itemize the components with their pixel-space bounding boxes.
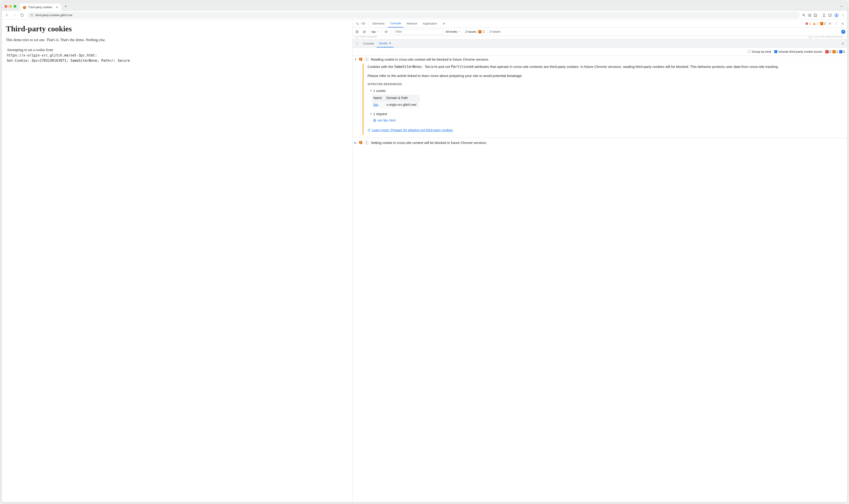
breaking-count[interactable]: ! 2 <box>820 22 826 25</box>
svg-line-33 <box>364 31 365 33</box>
set-cookie-line: Set-Cookie: 3pc=1703240163971; SameSite=… <box>7 58 348 64</box>
col-name: Name <box>372 95 385 102</box>
close-tab-icon[interactable]: ✕ <box>56 6 58 9</box>
levels-selector[interactable]: All levels <box>446 30 460 33</box>
extensions-icon[interactable] <box>814 13 817 17</box>
breaking-change-icon <box>359 141 363 145</box>
close-issues-tab-icon[interactable]: ✕ <box>389 41 391 45</box>
svg-point-2 <box>32 15 33 16</box>
maximize-window-icon[interactable] <box>14 5 16 8</box>
clear-console-icon[interactable] <box>362 29 367 34</box>
toolbar-actions <box>802 13 845 18</box>
issues-list: ▼ 1 Reading cookie in cross-site context… <box>353 56 847 502</box>
breaking-change-icon <box>359 57 363 61</box>
hidden-count[interactable]: 3 hidden <box>489 30 500 33</box>
tab-console[interactable]: Console <box>388 19 403 28</box>
issue-kind-counts: ✕0 !2 i0 <box>825 50 845 53</box>
context-selector[interactable]: top <box>372 30 379 33</box>
error-count[interactable]: 1 <box>805 22 811 25</box>
error-badge-icon: ✕ <box>825 50 829 53</box>
titlebar: 🍪 Third-party cookies ✕ + <box>2 2 847 11</box>
toggle-sidebar-icon[interactable] <box>355 29 359 34</box>
window-controls <box>4 5 16 8</box>
console-toolbar: top All levels 2 Issues: ! 2 3 <box>353 28 847 36</box>
browser-window: 🍪 Third-party cookies ✕ + third-party-co… <box>2 2 847 502</box>
page-content: Third-party cookies This demo tries to s… <box>2 19 353 502</box>
address-bar[interactable]: third-party-cookies.glitch.me <box>27 12 800 18</box>
chrome-menu-icon[interactable] <box>841 13 845 17</box>
svg-marker-8 <box>808 14 811 17</box>
browser-tab[interactable]: 🍪 Third-party cookies ✕ <box>20 4 61 11</box>
affected-cookies-table: Name Domain & Path 3pc x-origin-src.glit… <box>372 95 420 108</box>
issue-header[interactable]: ▶ 1 Setting cookie in cross-site context… <box>355 141 845 145</box>
expand-toggle-icon[interactable]: ▶ <box>355 141 357 144</box>
include-3p-checkbox[interactable]: Include third-party cookie issues <box>774 50 823 53</box>
issues-summary[interactable]: 2 Issues: ! 2 <box>465 30 484 33</box>
settings-gear-icon[interactable] <box>828 21 832 26</box>
new-tab-button[interactable]: + <box>63 4 69 9</box>
drawer-tab-console[interactable]: Console <box>361 39 376 48</box>
breaking-badge-icon: ! <box>832 50 836 53</box>
issue-count: 1 <box>365 57 369 61</box>
tab-application[interactable]: Application <box>420 19 440 28</box>
svg-point-42 <box>360 60 361 60</box>
log-xhr-checkbox[interactable] <box>809 36 812 38</box>
issue-title: Setting cookie in cross-site context wil… <box>371 141 487 145</box>
issue-item: ▶ 1 Setting cookie in cross-site context… <box>353 139 847 146</box>
site-settings-icon[interactable] <box>30 13 34 17</box>
drawer-menu-icon[interactable] <box>354 42 360 46</box>
favicon-cookie-icon: 🍪 <box>23 5 26 9</box>
svg-line-5 <box>804 15 805 16</box>
learn-more-link[interactable]: Learn more: Prepare for phasing out thir… <box>368 128 844 132</box>
close-drawer-icon[interactable] <box>839 42 846 45</box>
cookies-toggle[interactable]: ▼ 1 cookie <box>370 88 844 93</box>
request-link[interactable]: set-3pc.html <box>373 118 844 123</box>
filter-input[interactable] <box>393 29 443 35</box>
profile-avatar[interactable] <box>834 13 839 18</box>
warning-count[interactable]: 2 <box>813 22 818 25</box>
reload-button[interactable] <box>19 13 25 18</box>
svg-point-23 <box>814 24 814 24</box>
drawer-tab-issues[interactable]: Issues ✕ <box>376 39 394 48</box>
page-intro: This demo tries to set one. That's it. T… <box>6 38 348 42</box>
tabs-overflow-icon[interactable] <box>440 22 447 25</box>
hide-network-checkbox[interactable] <box>355 36 358 38</box>
issue-count: 1 <box>365 141 369 145</box>
zoom-icon[interactable] <box>802 13 806 17</box>
issue-body: Cookies with the SameSite=None; Secure a… <box>363 64 845 135</box>
tab-elements[interactable]: Elements <box>370 19 387 28</box>
forward-button[interactable] <box>12 13 17 18</box>
back-button[interactable] <box>4 13 10 18</box>
device-toggle-icon[interactable] <box>361 21 366 26</box>
live-expression-icon[interactable] <box>384 29 389 34</box>
expand-toggle-icon[interactable]: ▼ <box>355 58 357 60</box>
more-menu-icon[interactable] <box>834 21 838 26</box>
svg-point-27 <box>836 24 836 25</box>
issues-toolbar: Group by kind Include third-party cookie… <box>353 48 847 56</box>
requests-toggle[interactable]: ▼ 1 request <box>370 111 844 116</box>
cookie-domain: x-origin-src.glitch.me/ <box>385 102 420 108</box>
inspect-icon[interactable] <box>355 21 359 26</box>
page-title: Third-party cookies <box>6 24 348 33</box>
svg-point-24 <box>830 23 830 24</box>
tab-title: Third-party cookies <box>28 6 52 9</box>
svg-rect-10 <box>829 14 831 16</box>
issue-item: ▼ 1 Reading cookie in cross-site context… <box>353 56 847 139</box>
svg-point-35 <box>357 42 357 43</box>
issue-header[interactable]: ▼ 1 Reading cookie in cross-site context… <box>355 57 845 61</box>
tabs-dropdown-icon[interactable] <box>838 5 845 8</box>
console-settings-icon[interactable]: ⚙ <box>841 30 845 34</box>
side-panel-icon[interactable] <box>828 13 832 17</box>
svg-point-37 <box>357 44 357 45</box>
devtools-panel: Elements Console Network Application 1 2 <box>353 19 847 502</box>
minimize-window-icon[interactable] <box>9 5 12 8</box>
bookmark-icon[interactable] <box>808 13 812 17</box>
close-devtools-icon[interactable] <box>841 21 845 26</box>
close-window-icon[interactable] <box>4 5 7 8</box>
group-by-kind-checkbox[interactable]: Group by kind <box>748 50 771 53</box>
svg-point-26 <box>836 23 836 24</box>
cookie-name-link[interactable]: 3pc <box>373 103 378 107</box>
tab-network[interactable]: Network <box>404 19 420 28</box>
labs-icon[interactable] <box>822 13 826 17</box>
col-domain: Domain & Path <box>385 95 420 102</box>
